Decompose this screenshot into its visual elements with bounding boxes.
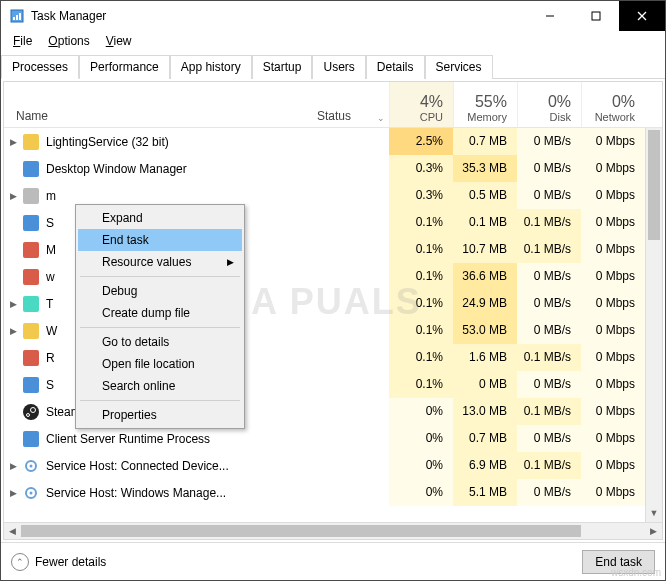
teal-icon bbox=[22, 295, 40, 313]
ctx-expand[interactable]: Expand bbox=[78, 207, 242, 229]
ctx-create-dump[interactable]: Create dump file bbox=[78, 302, 242, 324]
fewer-details-label[interactable]: Fewer details bbox=[35, 555, 106, 569]
task-manager-window: Task Manager File Options View Processes… bbox=[0, 0, 666, 581]
cell-disk: 0.1 MB/s bbox=[517, 236, 581, 263]
tab-processes[interactable]: Processes bbox=[1, 55, 79, 79]
ctx-debug[interactable]: Debug bbox=[78, 280, 242, 302]
process-name: Service Host: Windows Manage... bbox=[46, 486, 333, 500]
maximize-button[interactable] bbox=[573, 1, 619, 31]
svg-rect-11 bbox=[23, 215, 39, 231]
col-disk[interactable]: 0% Disk bbox=[517, 82, 581, 127]
sort-indicator-icon: ⌄ bbox=[373, 113, 389, 127]
expand-arrow-icon[interactable]: ▶ bbox=[4, 191, 22, 201]
cell-memory: 0.7 MB bbox=[453, 128, 517, 155]
col-cpu[interactable]: 4% CPU bbox=[389, 82, 453, 127]
cell-cpu: 0.3% bbox=[389, 155, 453, 182]
scroll-left-arrow-icon[interactable]: ◀ bbox=[4, 526, 21, 536]
menu-options[interactable]: Options bbox=[40, 32, 97, 50]
col-network[interactable]: 0% Network bbox=[581, 82, 645, 127]
cell-network: 0 Mbps bbox=[581, 263, 645, 290]
yellow-icon bbox=[22, 133, 40, 151]
tab-users[interactable]: Users bbox=[312, 55, 365, 79]
cell-cpu: 0.3% bbox=[389, 182, 453, 209]
cell-memory: 0.7 MB bbox=[453, 425, 517, 452]
cell-disk: 0.1 MB/s bbox=[517, 452, 581, 479]
cell-network: 0 Mbps bbox=[581, 182, 645, 209]
expand-arrow-icon[interactable]: ▶ bbox=[4, 488, 22, 498]
scroll-right-arrow-icon[interactable]: ▶ bbox=[645, 526, 662, 536]
cell-cpu: 0% bbox=[389, 479, 453, 506]
ctx-separator bbox=[80, 327, 240, 328]
svg-rect-15 bbox=[23, 323, 39, 339]
cell-cpu: 0.1% bbox=[389, 317, 453, 344]
blue-icon bbox=[22, 430, 40, 448]
menu-view[interactable]: View bbox=[98, 32, 140, 50]
scroll-down-arrow-icon[interactable]: ▼ bbox=[646, 505, 662, 522]
bottom-watermark: wsxdn.com bbox=[611, 567, 661, 578]
footer: ⌃ Fewer details End task bbox=[1, 542, 665, 580]
svg-rect-9 bbox=[23, 161, 39, 177]
svg-point-23 bbox=[30, 464, 33, 467]
ctx-open-file-location[interactable]: Open file location bbox=[78, 353, 242, 375]
expand-arrow-icon[interactable]: ▶ bbox=[4, 137, 22, 147]
cell-network: 0 Mbps bbox=[581, 479, 645, 506]
ctx-go-to-details[interactable]: Go to details bbox=[78, 331, 242, 353]
table-row[interactable]: ▶LightingService (32 bit)2.5%0.7 MB0 MB/… bbox=[4, 128, 662, 155]
menu-file[interactable]: File bbox=[5, 32, 40, 50]
tab-app-history[interactable]: App history bbox=[170, 55, 252, 79]
cell-cpu: 0% bbox=[389, 398, 453, 425]
cell-network: 0 Mbps bbox=[581, 128, 645, 155]
cell-network: 0 Mbps bbox=[581, 344, 645, 371]
blue-icon bbox=[22, 376, 40, 394]
expand-arrow-icon[interactable]: ▶ bbox=[4, 326, 22, 336]
vertical-scrollbar[interactable]: ▲ ▼ bbox=[645, 128, 662, 522]
ctx-search-online[interactable]: Search online bbox=[78, 375, 242, 397]
svg-rect-5 bbox=[592, 12, 600, 20]
ctx-resource-values[interactable]: Resource values ▶ bbox=[78, 251, 242, 273]
svg-rect-8 bbox=[23, 134, 39, 150]
ctx-end-task[interactable]: End task bbox=[78, 229, 242, 251]
close-button[interactable] bbox=[619, 1, 665, 31]
svg-rect-1 bbox=[13, 17, 15, 20]
cell-cpu: 2.5% bbox=[389, 128, 453, 155]
process-name: LightingService (32 bit) bbox=[46, 135, 333, 149]
table-row[interactable]: ▶Service Host: Connected Device...0%6.9 … bbox=[4, 452, 662, 479]
ctx-properties[interactable]: Properties bbox=[78, 404, 242, 426]
table-row[interactable]: Client Server Runtime Process0%0.7 MB0 M… bbox=[4, 425, 662, 452]
cell-network: 0 Mbps bbox=[581, 236, 645, 263]
app-icon bbox=[9, 8, 25, 24]
col-memory[interactable]: 55% Memory bbox=[453, 82, 517, 127]
col-status[interactable]: Status bbox=[317, 109, 373, 127]
tab-startup[interactable]: Startup bbox=[252, 55, 313, 79]
yellow-icon bbox=[22, 322, 40, 340]
table-row[interactable]: Desktop Window Manager0.3%35.3 MB0 MB/s0… bbox=[4, 155, 662, 182]
window-title: Task Manager bbox=[31, 9, 527, 23]
horizontal-scrollbar[interactable]: ◀ ▶ bbox=[4, 522, 662, 539]
expand-arrow-icon[interactable]: ▶ bbox=[4, 461, 22, 471]
cell-disk: 0 MB/s bbox=[517, 263, 581, 290]
menubar: File Options View bbox=[1, 31, 665, 51]
tab-performance[interactable]: Performance bbox=[79, 55, 170, 79]
scroll-thumb[interactable] bbox=[648, 130, 660, 240]
tab-details[interactable]: Details bbox=[366, 55, 425, 79]
svg-rect-12 bbox=[23, 242, 39, 258]
table-row[interactable]: ▶Service Host: Windows Manage...0%5.1 MB… bbox=[4, 479, 662, 506]
tab-services[interactable]: Services bbox=[425, 55, 493, 79]
cell-disk: 0 MB/s bbox=[517, 371, 581, 398]
minimize-button[interactable] bbox=[527, 1, 573, 31]
cell-memory: 35.3 MB bbox=[453, 155, 517, 182]
column-headers: Name Status ⌄ 4% CPU 55% Memory 0% Disk … bbox=[4, 82, 662, 128]
cell-disk: 0 MB/s bbox=[517, 317, 581, 344]
expand-arrow-icon[interactable]: ▶ bbox=[4, 299, 22, 309]
gear-icon bbox=[22, 484, 40, 502]
hscroll-thumb[interactable] bbox=[21, 525, 581, 537]
steam-icon bbox=[22, 403, 40, 421]
svg-rect-13 bbox=[23, 269, 39, 285]
fewer-details-icon[interactable]: ⌃ bbox=[11, 553, 29, 571]
col-name[interactable]: Name bbox=[4, 109, 317, 127]
cell-cpu: 0% bbox=[389, 452, 453, 479]
cell-network: 0 Mbps bbox=[581, 452, 645, 479]
cell-memory: 24.9 MB bbox=[453, 290, 517, 317]
cpu-usage-header: 4% bbox=[390, 93, 443, 111]
disk-usage-header: 0% bbox=[518, 93, 571, 111]
